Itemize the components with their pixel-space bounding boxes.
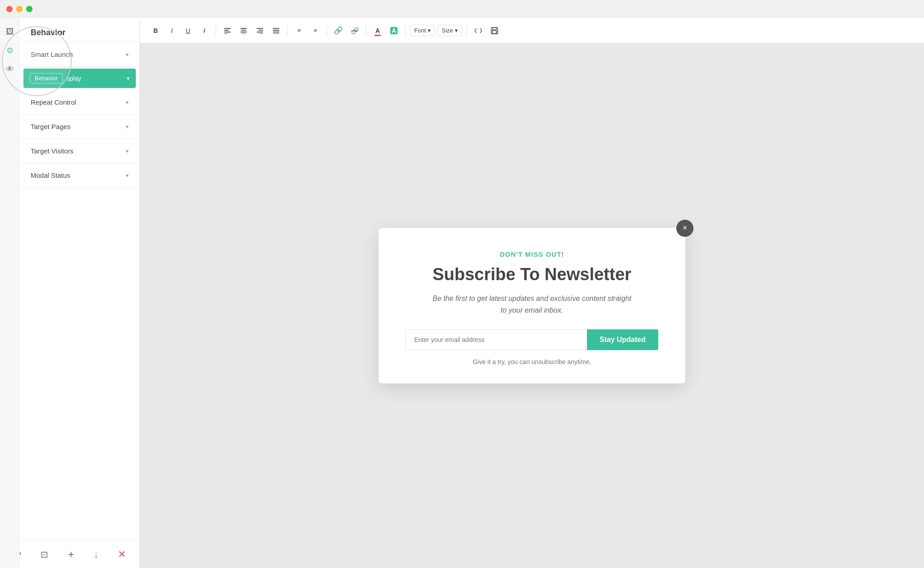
stay-updated-button[interactable]: Stay Updated xyxy=(587,329,658,350)
download-icon[interactable]: ↓ xyxy=(93,549,98,560)
unordered-list-button[interactable]: ≡ xyxy=(309,24,322,37)
titlebar xyxy=(0,0,924,18)
close-sidebar-icon[interactable]: ✕ xyxy=(118,549,126,560)
source-button[interactable] xyxy=(471,24,485,37)
sidebar-item-modal-status[interactable]: Modal Status ▾ xyxy=(20,163,139,188)
bold-button[interactable]: B xyxy=(149,24,162,37)
modal-footer: Give it a try, you can unsubscribe anyti… xyxy=(406,358,658,365)
sidebar-item-target-pages[interactable]: Target Pages ▾ xyxy=(20,115,139,139)
svg-rect-2 xyxy=(224,32,231,32)
toolbar-divider-1 xyxy=(216,26,216,36)
eye-icon[interactable]: 👁 xyxy=(6,65,14,74)
modal-form: Stay Updated xyxy=(406,329,658,350)
highlight-button[interactable]: A xyxy=(387,24,401,37)
chevron-down-icon: ▾ xyxy=(126,148,129,154)
maximize-button[interactable] xyxy=(26,6,32,12)
minimize-button[interactable] xyxy=(16,6,23,12)
font-color-button[interactable]: A xyxy=(371,24,384,37)
image-icon[interactable]: 🖼 xyxy=(6,27,14,37)
toolbar-divider-2 xyxy=(287,26,288,36)
sidebar-item-repeat-control[interactable]: Repeat Control ▾ xyxy=(20,90,139,115)
sidebar-item-smart-launch[interactable]: Smart Launch ▾ xyxy=(20,42,139,67)
sidebar-item-label-display: splay xyxy=(66,75,81,82)
modal-eyebrow: DON'T MISS OUT! xyxy=(406,250,658,258)
strikethrough-button[interactable]: I xyxy=(198,24,211,37)
sidebar-item-label: Repeat Control xyxy=(31,98,76,106)
toolbar-divider-3 xyxy=(327,26,327,36)
sidebar-items: Smart Launch ▾ Behavior splay ▾ Repeat C… xyxy=(20,42,139,568)
font-label: Font xyxy=(414,27,426,34)
svg-rect-8 xyxy=(257,28,263,29)
sidebar-item-target-visitors[interactable]: Target Visitors ▾ xyxy=(20,139,139,163)
align-right-button[interactable] xyxy=(253,24,267,37)
email-input[interactable] xyxy=(406,329,587,350)
sidebar-item-label: Target Visitors xyxy=(31,147,74,155)
behavior-badge: Behavior xyxy=(30,73,63,83)
svg-rect-13 xyxy=(273,30,279,31)
preview-icon[interactable]: ⊡ xyxy=(41,549,48,560)
save-button[interactable] xyxy=(488,24,501,37)
toolbar-divider-4 xyxy=(366,26,366,36)
sidebar-item-label: Modal Status xyxy=(31,171,70,179)
svg-rect-3 xyxy=(224,33,228,34)
modal-subtitle: Be the first to get latest updates and e… xyxy=(406,293,658,316)
align-center-button[interactable] xyxy=(237,24,250,37)
size-dropdown-arrow: ▾ xyxy=(455,27,458,34)
add-icon[interactable]: + xyxy=(68,548,74,561)
link-button[interactable]: 🔗 xyxy=(332,24,345,37)
sidebar-header: Behavior xyxy=(20,18,139,42)
svg-rect-12 xyxy=(273,28,279,29)
svg-rect-5 xyxy=(241,30,246,31)
sidebar: 🖼 ⚙ 👁 Behavior Smart Launch ▾ Behavior s… xyxy=(0,18,140,568)
justify-button[interactable] xyxy=(269,24,283,37)
svg-rect-0 xyxy=(224,28,231,29)
underline-button[interactable]: U xyxy=(181,24,195,37)
modal-container: × DON'T MISS OUT! Subscribe To Newslette… xyxy=(140,43,924,568)
close-button[interactable] xyxy=(6,6,13,12)
sidebar-item-behavior-display[interactable]: Behavior splay ▾ xyxy=(23,69,136,88)
svg-rect-7 xyxy=(242,33,245,34)
chevron-down-icon: ▾ xyxy=(126,124,129,130)
size-dropdown[interactable]: Size ▾ xyxy=(438,25,462,36)
main-content: B I U I ≡ ≡ 🔗 🔗 A A xyxy=(140,18,924,568)
gear-icon[interactable]: ⚙ xyxy=(6,46,14,55)
chevron-down-icon: ▾ xyxy=(126,99,129,106)
sidebar-item-label: Target Pages xyxy=(31,123,70,130)
align-left-button[interactable] xyxy=(221,24,234,37)
svg-rect-14 xyxy=(273,32,279,32)
unlink-button[interactable]: 🔗 xyxy=(348,24,361,37)
toolbar-divider-5 xyxy=(405,26,406,36)
svg-rect-9 xyxy=(259,30,263,31)
editor-toolbar: B I U I ≡ ≡ 🔗 🔗 A A xyxy=(140,18,924,43)
svg-rect-1 xyxy=(224,30,229,31)
ordered-list-button[interactable]: ≡ xyxy=(292,24,306,37)
toolbar-divider-6 xyxy=(467,26,467,36)
svg-rect-6 xyxy=(240,32,247,32)
chevron-down-icon-active: ▾ xyxy=(127,75,129,82)
svg-rect-4 xyxy=(240,28,247,29)
font-dropdown-arrow: ▾ xyxy=(428,27,431,34)
svg-rect-10 xyxy=(257,32,263,32)
italic-button[interactable]: I xyxy=(165,24,179,37)
svg-rect-11 xyxy=(259,33,263,34)
svg-rect-18 xyxy=(492,31,497,33)
chevron-down-icon: ▾ xyxy=(126,172,129,179)
size-label: Size xyxy=(442,27,453,34)
svg-rect-17 xyxy=(493,28,496,30)
modal-title: Subscribe To Newsletter xyxy=(406,264,658,285)
modal-close-button[interactable]: × xyxy=(676,220,693,237)
svg-rect-15 xyxy=(273,33,279,34)
font-dropdown[interactable]: Font ▾ xyxy=(410,25,435,36)
modal: × DON'T MISS OUT! Subscribe To Newslette… xyxy=(379,228,685,384)
sidebar-item-label: Smart Launch xyxy=(31,51,73,58)
chevron-down-icon: ▾ xyxy=(126,51,129,58)
